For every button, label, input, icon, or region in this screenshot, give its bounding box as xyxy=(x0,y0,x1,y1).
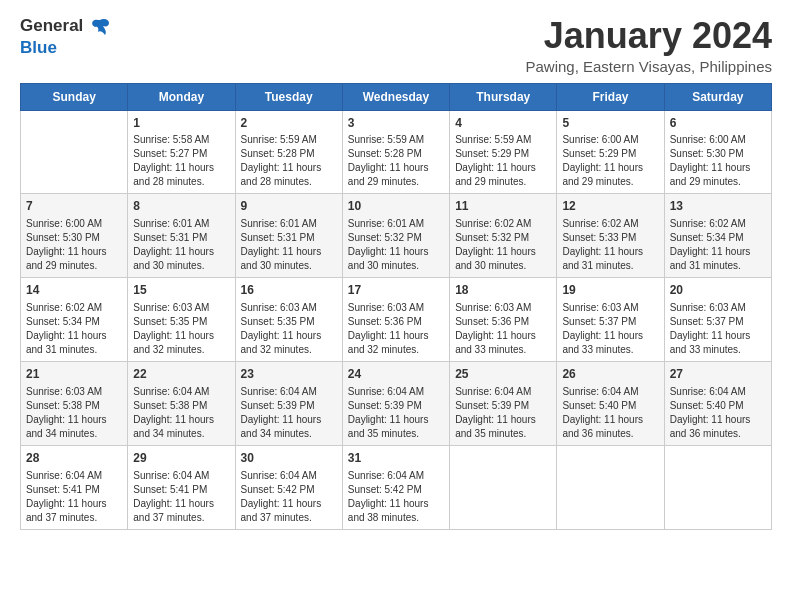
weekday-header-sunday: Sunday xyxy=(21,83,128,110)
calendar-cell: 9Sunrise: 6:01 AM Sunset: 5:31 PM Daylig… xyxy=(235,194,342,278)
calendar-cell: 25Sunrise: 6:04 AM Sunset: 5:39 PM Dayli… xyxy=(450,361,557,445)
day-number: 3 xyxy=(348,115,444,132)
calendar-cell: 26Sunrise: 6:04 AM Sunset: 5:40 PM Dayli… xyxy=(557,361,664,445)
day-number: 21 xyxy=(26,366,122,383)
weekday-header-saturday: Saturday xyxy=(664,83,771,110)
calendar-cell: 5Sunrise: 6:00 AM Sunset: 5:29 PM Daylig… xyxy=(557,110,664,194)
day-info: Sunrise: 6:03 AM Sunset: 5:36 PM Dayligh… xyxy=(455,301,551,357)
calendar-cell: 11Sunrise: 6:02 AM Sunset: 5:32 PM Dayli… xyxy=(450,194,557,278)
calendar-week-row: 28Sunrise: 6:04 AM Sunset: 5:41 PM Dayli… xyxy=(21,445,772,529)
day-info: Sunrise: 6:02 AM Sunset: 5:33 PM Dayligh… xyxy=(562,217,658,273)
day-number: 14 xyxy=(26,282,122,299)
logo-line1: General xyxy=(20,16,111,38)
day-number: 28 xyxy=(26,450,122,467)
day-number: 2 xyxy=(241,115,337,132)
calendar-cell: 20Sunrise: 6:03 AM Sunset: 5:37 PM Dayli… xyxy=(664,278,771,362)
day-info: Sunrise: 6:01 AM Sunset: 5:31 PM Dayligh… xyxy=(241,217,337,273)
day-info: Sunrise: 6:04 AM Sunset: 5:42 PM Dayligh… xyxy=(241,469,337,525)
calendar-title: January 2024 xyxy=(525,16,772,56)
calendar-cell: 24Sunrise: 6:04 AM Sunset: 5:39 PM Dayli… xyxy=(342,361,449,445)
calendar-cell: 16Sunrise: 6:03 AM Sunset: 5:35 PM Dayli… xyxy=(235,278,342,362)
weekday-header-thursday: Thursday xyxy=(450,83,557,110)
day-info: Sunrise: 5:59 AM Sunset: 5:28 PM Dayligh… xyxy=(241,133,337,189)
page-header: General Blue January 2024 Pawing, Easter… xyxy=(20,16,772,75)
day-number: 25 xyxy=(455,366,551,383)
day-number: 27 xyxy=(670,366,766,383)
day-number: 18 xyxy=(455,282,551,299)
day-info: Sunrise: 6:02 AM Sunset: 5:34 PM Dayligh… xyxy=(26,301,122,357)
calendar-cell: 12Sunrise: 6:02 AM Sunset: 5:33 PM Dayli… xyxy=(557,194,664,278)
day-info: Sunrise: 6:04 AM Sunset: 5:39 PM Dayligh… xyxy=(241,385,337,441)
day-info: Sunrise: 6:03 AM Sunset: 5:35 PM Dayligh… xyxy=(133,301,229,357)
day-info: Sunrise: 6:04 AM Sunset: 5:41 PM Dayligh… xyxy=(133,469,229,525)
day-info: Sunrise: 6:00 AM Sunset: 5:29 PM Dayligh… xyxy=(562,133,658,189)
day-info: Sunrise: 6:04 AM Sunset: 5:41 PM Dayligh… xyxy=(26,469,122,525)
day-number: 23 xyxy=(241,366,337,383)
day-info: Sunrise: 6:01 AM Sunset: 5:32 PM Dayligh… xyxy=(348,217,444,273)
logo-line2: Blue xyxy=(20,38,111,58)
calendar-cell: 19Sunrise: 6:03 AM Sunset: 5:37 PM Dayli… xyxy=(557,278,664,362)
calendar-cell: 3Sunrise: 5:59 AM Sunset: 5:28 PM Daylig… xyxy=(342,110,449,194)
day-info: Sunrise: 6:03 AM Sunset: 5:37 PM Dayligh… xyxy=(670,301,766,357)
calendar-cell: 2Sunrise: 5:59 AM Sunset: 5:28 PM Daylig… xyxy=(235,110,342,194)
calendar-cell: 27Sunrise: 6:04 AM Sunset: 5:40 PM Dayli… xyxy=(664,361,771,445)
day-number: 20 xyxy=(670,282,766,299)
calendar-cell: 13Sunrise: 6:02 AM Sunset: 5:34 PM Dayli… xyxy=(664,194,771,278)
day-number: 5 xyxy=(562,115,658,132)
day-number: 11 xyxy=(455,198,551,215)
calendar-cell: 6Sunrise: 6:00 AM Sunset: 5:30 PM Daylig… xyxy=(664,110,771,194)
day-number: 13 xyxy=(670,198,766,215)
calendar-cell xyxy=(664,445,771,529)
day-info: Sunrise: 6:03 AM Sunset: 5:38 PM Dayligh… xyxy=(26,385,122,441)
calendar-cell: 18Sunrise: 6:03 AM Sunset: 5:36 PM Dayli… xyxy=(450,278,557,362)
logo: General Blue xyxy=(20,16,111,58)
calendar-cell: 14Sunrise: 6:02 AM Sunset: 5:34 PM Dayli… xyxy=(21,278,128,362)
calendar-cell: 1Sunrise: 5:58 AM Sunset: 5:27 PM Daylig… xyxy=(128,110,235,194)
day-number: 16 xyxy=(241,282,337,299)
day-info: Sunrise: 6:04 AM Sunset: 5:40 PM Dayligh… xyxy=(670,385,766,441)
calendar-table: SundayMondayTuesdayWednesdayThursdayFrid… xyxy=(20,83,772,530)
day-info: Sunrise: 6:04 AM Sunset: 5:40 PM Dayligh… xyxy=(562,385,658,441)
day-number: 29 xyxy=(133,450,229,467)
day-info: Sunrise: 5:59 AM Sunset: 5:28 PM Dayligh… xyxy=(348,133,444,189)
day-info: Sunrise: 6:00 AM Sunset: 5:30 PM Dayligh… xyxy=(670,133,766,189)
calendar-cell: 23Sunrise: 6:04 AM Sunset: 5:39 PM Dayli… xyxy=(235,361,342,445)
calendar-cell: 31Sunrise: 6:04 AM Sunset: 5:42 PM Dayli… xyxy=(342,445,449,529)
day-number: 10 xyxy=(348,198,444,215)
calendar-cell: 7Sunrise: 6:00 AM Sunset: 5:30 PM Daylig… xyxy=(21,194,128,278)
day-info: Sunrise: 6:04 AM Sunset: 5:39 PM Dayligh… xyxy=(455,385,551,441)
day-number: 26 xyxy=(562,366,658,383)
day-number: 4 xyxy=(455,115,551,132)
calendar-week-row: 14Sunrise: 6:02 AM Sunset: 5:34 PM Dayli… xyxy=(21,278,772,362)
calendar-cell: 10Sunrise: 6:01 AM Sunset: 5:32 PM Dayli… xyxy=(342,194,449,278)
day-number: 6 xyxy=(670,115,766,132)
day-info: Sunrise: 6:04 AM Sunset: 5:42 PM Dayligh… xyxy=(348,469,444,525)
day-info: Sunrise: 6:04 AM Sunset: 5:38 PM Dayligh… xyxy=(133,385,229,441)
calendar-cell: 4Sunrise: 5:59 AM Sunset: 5:29 PM Daylig… xyxy=(450,110,557,194)
logo-bird-icon xyxy=(89,16,111,38)
calendar-cell: 29Sunrise: 6:04 AM Sunset: 5:41 PM Dayli… xyxy=(128,445,235,529)
day-info: Sunrise: 6:04 AM Sunset: 5:39 PM Dayligh… xyxy=(348,385,444,441)
day-number: 22 xyxy=(133,366,229,383)
day-number: 30 xyxy=(241,450,337,467)
day-info: Sunrise: 6:01 AM Sunset: 5:31 PM Dayligh… xyxy=(133,217,229,273)
day-info: Sunrise: 6:03 AM Sunset: 5:35 PM Dayligh… xyxy=(241,301,337,357)
calendar-cell: 22Sunrise: 6:04 AM Sunset: 5:38 PM Dayli… xyxy=(128,361,235,445)
day-number: 15 xyxy=(133,282,229,299)
day-info: Sunrise: 6:03 AM Sunset: 5:37 PM Dayligh… xyxy=(562,301,658,357)
calendar-cell xyxy=(557,445,664,529)
calendar-week-row: 21Sunrise: 6:03 AM Sunset: 5:38 PM Dayli… xyxy=(21,361,772,445)
calendar-week-row: 7Sunrise: 6:00 AM Sunset: 5:30 PM Daylig… xyxy=(21,194,772,278)
calendar-cell: 21Sunrise: 6:03 AM Sunset: 5:38 PM Dayli… xyxy=(21,361,128,445)
calendar-cell xyxy=(450,445,557,529)
day-number: 24 xyxy=(348,366,444,383)
calendar-cell: 8Sunrise: 6:01 AM Sunset: 5:31 PM Daylig… xyxy=(128,194,235,278)
calendar-cell: 30Sunrise: 6:04 AM Sunset: 5:42 PM Dayli… xyxy=(235,445,342,529)
calendar-subtitle: Pawing, Eastern Visayas, Philippines xyxy=(525,58,772,75)
day-info: Sunrise: 6:02 AM Sunset: 5:34 PM Dayligh… xyxy=(670,217,766,273)
weekday-header-monday: Monday xyxy=(128,83,235,110)
calendar-cell: 17Sunrise: 6:03 AM Sunset: 5:36 PM Dayli… xyxy=(342,278,449,362)
weekday-header-friday: Friday xyxy=(557,83,664,110)
day-number: 12 xyxy=(562,198,658,215)
calendar-week-row: 1Sunrise: 5:58 AM Sunset: 5:27 PM Daylig… xyxy=(21,110,772,194)
